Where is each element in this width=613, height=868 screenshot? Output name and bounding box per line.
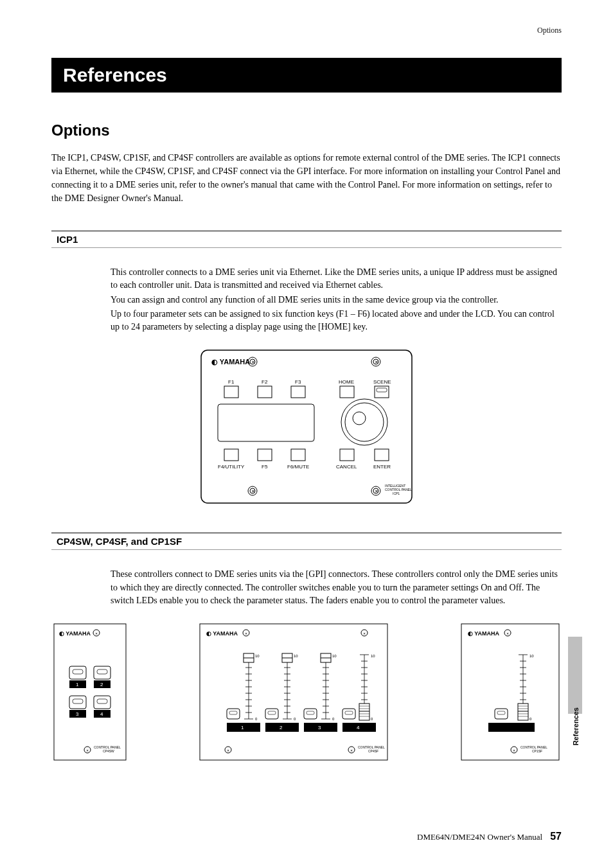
svg-text:✕: ✕ xyxy=(251,360,255,365)
svg-rect-45 xyxy=(97,699,107,704)
svg-rect-13 xyxy=(218,404,314,441)
svg-text:0: 0 xyxy=(255,717,258,721)
svg-text:10: 10 xyxy=(255,654,260,658)
section-title: Options xyxy=(51,121,562,139)
svg-text:◐ YAMAHA: ◐ YAMAHA xyxy=(468,630,500,637)
svg-text:✕: ✕ xyxy=(375,489,378,494)
svg-rect-19 xyxy=(291,449,305,461)
svg-text:0: 0 xyxy=(371,717,373,721)
svg-rect-10 xyxy=(340,386,354,398)
panels-row: ◐ YAMAHA ✕ 1 2 3 4 ✕ CONTROL PANEL CP4SW xyxy=(51,621,562,763)
svg-rect-81 xyxy=(268,711,276,714)
svg-text:10: 10 xyxy=(332,654,337,658)
svg-rect-44 xyxy=(94,696,111,709)
footer-page-number: 57 xyxy=(550,831,562,842)
svg-text:2: 2 xyxy=(280,725,283,731)
cp-body: These controllers connect to DME series … xyxy=(111,568,562,607)
cp4sf-figure: ◐ YAMAHA ✕ ✕ 100 1 100 xyxy=(197,621,390,763)
enter-label: ENTER xyxy=(373,464,391,470)
header-right-label: Options xyxy=(537,26,562,35)
svg-text:✕: ✕ xyxy=(506,632,509,635)
svg-rect-61 xyxy=(229,711,237,714)
cp-p1: These controllers connect to DME series … xyxy=(111,568,562,607)
svg-text:10: 10 xyxy=(294,654,298,658)
svg-text:0: 0 xyxy=(332,717,335,721)
brand-label: ◐ YAMAHA xyxy=(211,358,250,366)
svg-rect-154 xyxy=(495,709,508,719)
svg-rect-120 xyxy=(342,709,355,719)
svg-rect-36 xyxy=(94,666,111,679)
subsection-icp1: ICP1 xyxy=(51,231,562,248)
home-label: HOME xyxy=(339,379,354,385)
svg-rect-101 xyxy=(306,711,314,714)
svg-rect-30 xyxy=(54,624,126,760)
side-tab-label: References xyxy=(572,707,580,745)
svg-text:CP1SF: CP1SF xyxy=(532,749,542,753)
svg-text:✕: ✕ xyxy=(363,632,366,635)
svg-text:1: 1 xyxy=(76,682,79,687)
svg-rect-37 xyxy=(97,669,107,674)
svg-text:✕: ✕ xyxy=(227,749,229,752)
svg-rect-0 xyxy=(201,350,412,503)
f4-label: F4/UTILITY xyxy=(218,464,245,470)
icp1-p1: This controller connects to a DME series… xyxy=(111,266,562,292)
svg-text:◐ YAMAHA: ◐ YAMAHA xyxy=(206,630,238,637)
icp1-p2: You can assign and control any function … xyxy=(111,294,562,306)
svg-rect-121 xyxy=(345,711,353,714)
svg-text:0: 0 xyxy=(294,717,296,721)
svg-rect-176 xyxy=(488,723,535,732)
svg-text:CP4SF: CP4SF xyxy=(368,749,378,753)
svg-rect-42 xyxy=(69,696,86,709)
subsection-cp: CP4SW, CP4SF, and CP1SF xyxy=(51,533,562,550)
svg-text:4: 4 xyxy=(100,711,103,717)
svg-text:1: 1 xyxy=(241,725,244,731)
svg-rect-100 xyxy=(304,709,317,719)
svg-text:✕: ✕ xyxy=(350,749,353,752)
icp1-figure: ◐ YAMAHA ✕ ✕ F1 F2 F3 HOME SCENE F4/UTIL… xyxy=(51,346,562,507)
svg-text:0: 0 xyxy=(529,717,532,721)
svg-rect-150 xyxy=(461,624,559,760)
svg-text:✕: ✕ xyxy=(95,632,98,635)
svg-rect-20 xyxy=(340,449,354,461)
svg-rect-7 xyxy=(224,386,238,398)
f2-label: F2 xyxy=(262,379,268,385)
svg-text:3: 3 xyxy=(76,711,79,717)
svg-text:✕: ✕ xyxy=(251,489,255,494)
icp1-p3: Up to four parameter sets can be assigne… xyxy=(111,308,562,334)
svg-text:10: 10 xyxy=(529,654,534,658)
svg-rect-60 xyxy=(227,709,240,719)
page-title-bar: References xyxy=(51,58,562,93)
svg-text:3: 3 xyxy=(318,725,321,731)
cp4sw-figure: ◐ YAMAHA ✕ 1 2 3 4 ✕ CONTROL PANEL CP4SW xyxy=(51,621,129,763)
svg-text:4: 4 xyxy=(357,725,360,731)
svg-rect-21 xyxy=(375,449,389,461)
svg-rect-8 xyxy=(258,386,272,398)
f3-label: F3 xyxy=(295,379,301,385)
side-tab xyxy=(568,637,582,714)
svg-rect-43 xyxy=(73,699,83,704)
svg-rect-12 xyxy=(377,388,387,392)
svg-rect-54 xyxy=(200,624,387,760)
cp1sf-figure: ◐ YAMAHA ✕ 100 ✕ CONTROL PANEL CP1SF xyxy=(459,621,562,763)
svg-text:2: 2 xyxy=(100,682,103,687)
svg-text:✕: ✕ xyxy=(513,749,515,752)
svg-rect-155 xyxy=(497,711,505,714)
footer-manual: DME64N/DME24N Owner's Manual xyxy=(417,832,542,842)
scene-label: SCENE xyxy=(373,379,391,385)
f6-label: F6/MUTE xyxy=(287,464,309,470)
f5-label: F5 xyxy=(262,464,268,470)
intro-paragraph: The ICP1, CP4SW, CP1SF, and CP4SF contro… xyxy=(51,151,562,205)
svg-point-16 xyxy=(353,412,366,425)
svg-rect-18 xyxy=(258,449,272,461)
f1-label: F1 xyxy=(228,379,235,385)
svg-text:✕: ✕ xyxy=(375,360,378,365)
svg-rect-34 xyxy=(69,666,86,679)
svg-text:✕: ✕ xyxy=(86,749,89,752)
svg-text:ICP1: ICP1 xyxy=(393,492,400,495)
svg-text:CP4SW: CP4SW xyxy=(103,749,114,753)
svg-rect-35 xyxy=(73,669,83,674)
svg-text:10: 10 xyxy=(371,654,375,658)
svg-rect-80 xyxy=(265,709,278,719)
cancel-label: CANCEL xyxy=(336,464,357,470)
svg-rect-9 xyxy=(291,386,305,398)
